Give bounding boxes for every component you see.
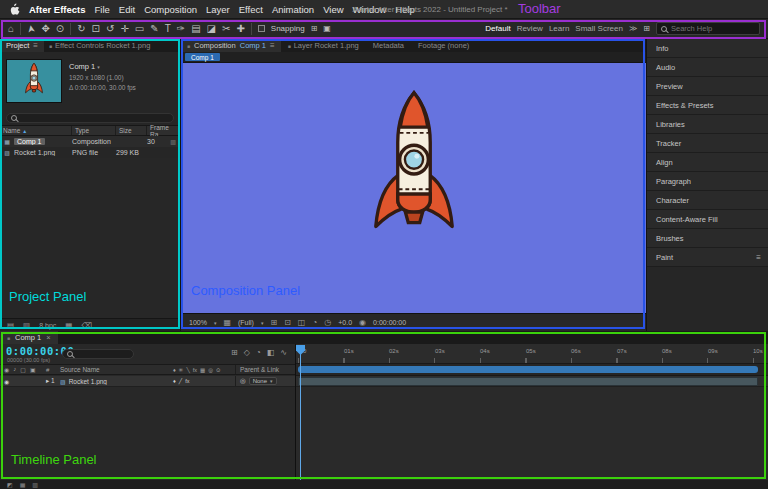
snapshot-camera-icon[interactable]: ◉ [359, 318, 366, 327]
timeline-tab-comp1[interactable]: ■ Comp 1 × [0, 331, 58, 344]
menu-item-effect[interactable]: Effect [239, 4, 263, 15]
home-tool-icon[interactable]: ⌂ [8, 24, 14, 34]
panel-paint[interactable]: Paint≡ [647, 248, 768, 267]
chevron-down-icon[interactable]: ▾ [97, 64, 100, 70]
exposure-value[interactable]: +0.0 [338, 319, 352, 326]
playhead-line[interactable] [300, 350, 301, 480]
expand-transfer-controls-icon[interactable]: ▦ [20, 481, 26, 488]
column-name[interactable]: Name ▲ [0, 126, 72, 135]
panel-menu-icon[interactable]: ≡ [270, 41, 275, 50]
hand-tool-icon[interactable]: ✥ [41, 24, 49, 34]
panel-menu-icon[interactable]: ≡ [756, 253, 768, 262]
panel-libraries[interactable]: Libraries [647, 115, 768, 134]
tab-layer[interactable]: ■ Layer Rocket 1.png [281, 39, 366, 52]
timeline-track-area[interactable]: :00 01s 02s 03s 04s 05s 06s 07s 08s 09s … [296, 344, 768, 480]
menu-item-animation[interactable]: Animation [272, 4, 314, 15]
workspace-overflow-button[interactable]: ≫ [629, 24, 637, 33]
panel-effects-presets[interactable]: Effects & Presets [647, 96, 768, 115]
trash-icon[interactable]: ⌫ [81, 321, 92, 330]
workspace-grid-icon[interactable]: ⊞ [643, 25, 650, 33]
pick-whip-icon[interactable]: ◎ [240, 377, 246, 385]
zoom-level[interactable]: 100% [189, 319, 207, 326]
draft-3d-icon[interactable]: ◇ [244, 348, 250, 357]
layer-name[interactable]: Rocket 1.png [69, 378, 107, 385]
panel-audio[interactable]: Audio [647, 58, 768, 77]
interpret-footage-icon[interactable]: ▤ [7, 321, 14, 330]
time-ruler[interactable]: :00 01s 02s 03s 04s 05s 06s 07s 08s 09s … [296, 344, 768, 364]
project-row-name[interactable]: Rocket 1.png [14, 149, 72, 156]
frame-blending-icon[interactable]: ◧ [267, 348, 275, 357]
roto-brush-tool-icon[interactable]: ✂ [222, 24, 230, 34]
column-parent-link[interactable]: Parent & Link [235, 365, 295, 374]
panel-menu-icon[interactable]: ≡ [33, 41, 38, 50]
column-type[interactable]: Type [72, 126, 116, 135]
timeline-search-field[interactable] [62, 349, 134, 359]
close-icon[interactable]: × [46, 333, 50, 342]
panel-content-aware-fill[interactable]: Content-Aware Fill [647, 210, 768, 229]
pan-behind-tool-icon[interactable]: ✛ [120, 24, 128, 34]
help-search-box[interactable] [656, 22, 760, 35]
workspace-small-screen[interactable]: Small Screen [575, 24, 623, 33]
rotate-tool-icon[interactable]: ↺ [106, 24, 114, 34]
panel-character[interactable]: Character [647, 191, 768, 210]
panel-align[interactable]: Align [647, 153, 768, 172]
tab-project[interactable]: Project ≡ [0, 39, 44, 52]
comp-navigator-chip[interactable]: Comp 1 [185, 53, 220, 61]
project-row-rocket[interactable]: ▨ Rocket 1.png PNG file 299 KB [0, 147, 180, 158]
project-row-comp1[interactable]: ▦ Comp 1 Composition 30 ▥ [0, 136, 180, 147]
composition-viewport[interactable] [181, 63, 646, 313]
time-navigator-bar[interactable] [298, 366, 758, 373]
layer-fx-icon[interactable]: fx [185, 378, 189, 384]
layer-twirl-and-number[interactable]: ▸ 1 [46, 377, 60, 385]
panel-tracker[interactable]: Tracker [647, 134, 768, 153]
column-size[interactable]: Size [116, 126, 147, 135]
region-of-interest-icon[interactable]: ◫ [298, 318, 306, 327]
exposure-icon[interactable]: ◷ [324, 318, 331, 327]
pen-tool-icon[interactable]: ✎ [150, 24, 158, 34]
resolution-icon[interactable]: ▦ [223, 318, 231, 327]
panel-paragraph[interactable]: Paragraph [647, 172, 768, 191]
preview-timecode[interactable]: 0:00:00:00 [373, 319, 406, 326]
mini-flowchart-icon[interactable]: ⊞ [231, 348, 238, 357]
shape-tool-icon[interactable]: ▭ [135, 24, 144, 34]
layer-quality-icon[interactable]: ╱ [179, 378, 182, 384]
menu-item-view[interactable]: View [323, 4, 343, 15]
grid-guides-icon[interactable]: ⊞ [270, 318, 277, 327]
zoom-tool-icon[interactable]: ⊙ [56, 24, 64, 34]
hide-shy-layers-icon[interactable]: ◔ [256, 348, 261, 357]
column-source-name[interactable]: Source Name [60, 366, 173, 373]
tab-composition[interactable]: ■ Composition Comp 1 ≡ [181, 39, 281, 52]
mask-visibility-icon[interactable]: ⊡ [284, 318, 291, 327]
workspace-default[interactable]: Default [485, 24, 510, 33]
snapping-checkbox[interactable] [258, 25, 265, 32]
layer-duration-bar[interactable] [298, 377, 758, 386]
column-frame-rate[interactable]: Frame Ra... [147, 126, 180, 135]
apple-logo-icon[interactable] [10, 3, 20, 15]
layer-row-rocket[interactable]: ◉ ▸ 1 ▨ Rocket 1.png ♦ ╱ fx ◎ [0, 376, 295, 387]
clone-stamp-tool-icon[interactable]: ▤ [191, 24, 200, 34]
menu-item-file[interactable]: File [95, 4, 110, 15]
tab-metadata[interactable]: Metadata [366, 39, 411, 52]
new-composition-icon[interactable]: ▦ [65, 321, 72, 330]
menu-app-name[interactable]: After Effects [29, 4, 86, 15]
menu-item-edit[interactable]: Edit [119, 4, 135, 15]
workspace-learn[interactable]: Learn [549, 24, 569, 33]
camera-tool-icon[interactable]: ⊡ [92, 24, 100, 34]
tab-effect-controls[interactable]: ■ Effect Controls Rocket 1.png [44, 39, 155, 52]
menu-item-composition[interactable]: Composition [144, 4, 197, 15]
twirl-icon[interactable]: ▸ [46, 377, 49, 384]
resolution-value[interactable]: (Full) [238, 319, 254, 326]
type-tool-icon[interactable]: T [165, 24, 171, 34]
orbit-tool-icon[interactable]: ↻ [77, 24, 85, 34]
layer-shy-icon[interactable]: ♦ [173, 378, 176, 384]
parent-link-dropdown[interactable]: None ▾ [249, 377, 277, 385]
panel-brushes[interactable]: Brushes [647, 229, 768, 248]
project-bpc-label[interactable]: 8 bpc [39, 322, 56, 329]
puppet-pin-tool-icon[interactable]: ✚ [236, 24, 244, 34]
project-search-field[interactable] [6, 113, 174, 123]
new-folder-icon[interactable]: ▥ [23, 321, 30, 330]
comp-thumbnail[interactable] [6, 59, 62, 103]
panel-preview[interactable]: Preview [647, 77, 768, 96]
brush-tool-icon[interactable]: ✑ [177, 24, 185, 34]
eraser-tool-icon[interactable]: ◪ [207, 24, 216, 34]
